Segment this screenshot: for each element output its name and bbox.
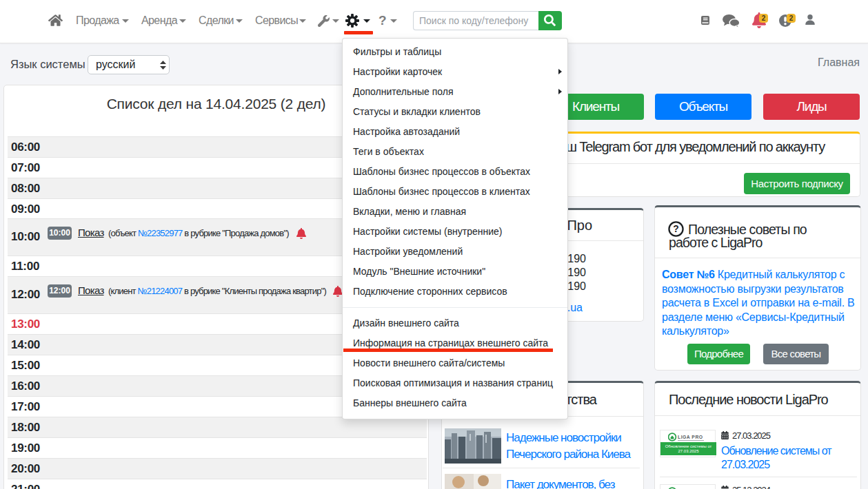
svg-text:?: ? bbox=[673, 223, 678, 234]
svg-text:LIGA PRO: LIGA PRO bbox=[678, 435, 703, 439]
